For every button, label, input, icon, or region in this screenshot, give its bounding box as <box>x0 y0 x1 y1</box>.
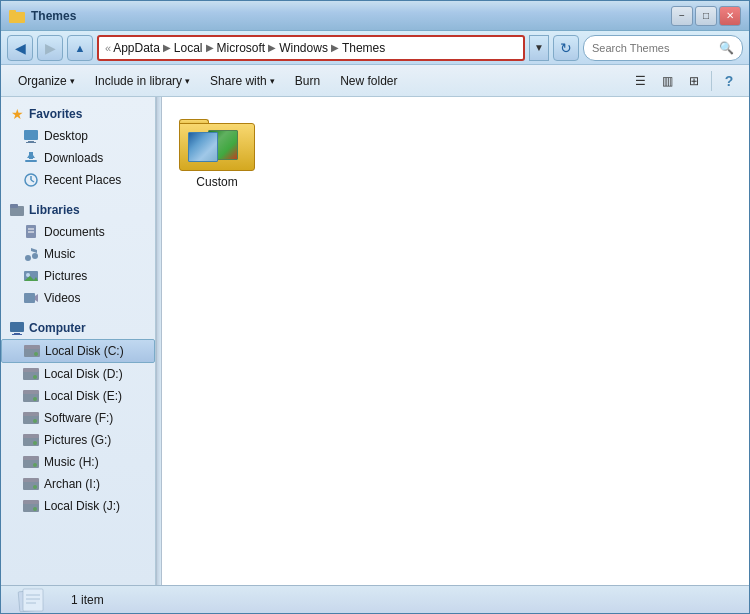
pictures-icon <box>23 268 39 284</box>
status-bar: 1 item <box>1 585 749 613</box>
recent-places-icon <box>23 172 39 188</box>
search-input[interactable] <box>592 42 715 54</box>
svg-point-43 <box>33 463 37 467</box>
address-box[interactable]: « AppData ▶ Local ▶ Microsoft ▶ Windows … <box>97 35 525 61</box>
toolbar-right: ☰ ▥ ⊞ ? <box>628 69 741 93</box>
help-button[interactable]: ? <box>717 69 741 93</box>
minimize-button[interactable]: − <box>671 6 693 26</box>
sidebar-item-local-disk-e[interactable]: Local Disk (E:) <box>1 385 155 407</box>
address-dropdown-button[interactable]: ▼ <box>529 35 549 61</box>
sidebar-item-software-f[interactable]: Software (F:) <box>1 407 155 429</box>
music-icon <box>23 246 39 262</box>
drive-c-icon <box>24 343 40 359</box>
back-button[interactable]: ◀ <box>7 35 33 61</box>
sidebar-item-downloads[interactable]: Downloads <box>1 147 155 169</box>
sidebar-item-recent[interactable]: Recent Places <box>1 169 155 191</box>
svg-point-16 <box>25 255 31 261</box>
svg-rect-4 <box>26 142 36 143</box>
svg-rect-42 <box>23 456 39 460</box>
folder-custom[interactable]: Custom <box>172 107 262 193</box>
burn-button[interactable]: Burn <box>286 69 329 93</box>
svg-rect-36 <box>23 412 39 416</box>
svg-rect-39 <box>23 434 39 438</box>
toolbar: Organize ▾ Include in library ▾ Share wi… <box>1 65 749 97</box>
title-controls: − □ ✕ <box>671 6 741 26</box>
downloads-icon <box>23 150 39 166</box>
svg-rect-7 <box>29 152 33 159</box>
svg-marker-22 <box>35 294 38 302</box>
sidebar-item-music-h[interactable]: Music (H:) <box>1 451 155 473</box>
svg-rect-2 <box>24 130 38 140</box>
folder-image-1 <box>188 132 218 162</box>
svg-point-19 <box>26 273 30 277</box>
status-file-icon <box>11 587 61 613</box>
window-title: Themes <box>31 9 76 23</box>
svg-point-28 <box>34 352 38 356</box>
svg-rect-45 <box>23 478 39 482</box>
videos-icon <box>23 290 39 306</box>
svg-rect-1 <box>9 10 16 14</box>
sidebar-libraries-header[interactable]: Libraries <box>1 197 155 221</box>
breadcrumb: « AppData ▶ Local ▶ Microsoft ▶ Windows … <box>105 41 385 55</box>
organize-button[interactable]: Organize ▾ <box>9 69 84 93</box>
svg-rect-21 <box>24 293 35 303</box>
svg-rect-33 <box>23 390 39 394</box>
content-area: Custom <box>162 97 749 585</box>
sidebar-item-pictures[interactable]: Pictures <box>1 265 155 287</box>
svg-rect-27 <box>24 345 40 349</box>
svg-point-17 <box>32 253 38 259</box>
sidebar-item-pictures-g[interactable]: Pictures (G:) <box>1 429 155 451</box>
drive-d-icon <box>23 366 39 382</box>
sidebar-item-music[interactable]: Music <box>1 243 155 265</box>
new-folder-button[interactable]: New folder <box>331 69 406 93</box>
search-box[interactable]: 🔍 <box>583 35 743 61</box>
svg-rect-25 <box>12 334 22 335</box>
forward-button[interactable]: ▶ <box>37 35 63 61</box>
search-icon: 🔍 <box>719 41 734 55</box>
sidebar-favorites-header[interactable]: ★ Favorites <box>1 101 155 125</box>
svg-point-46 <box>33 485 37 489</box>
include-in-library-button[interactable]: Include in library ▾ <box>86 69 199 93</box>
sidebar: ★ Favorites Desktop Downloads Recent Pl <box>1 97 156 585</box>
drive-j-icon <box>23 498 39 514</box>
view-icons-button[interactable]: ⊞ <box>682 69 706 93</box>
view-details-button[interactable]: ☰ <box>628 69 652 93</box>
desktop-icon <box>23 128 39 144</box>
sidebar-item-videos[interactable]: Videos <box>1 287 155 309</box>
drive-g-icon <box>23 432 39 448</box>
maximize-button[interactable]: □ <box>695 6 717 26</box>
sidebar-computer-header[interactable]: Computer <box>1 315 155 339</box>
share-with-button[interactable]: Share with ▾ <box>201 69 284 93</box>
sidebar-item-archan-i[interactable]: Archan (I:) <box>1 473 155 495</box>
toolbar-divider <box>711 71 712 91</box>
refresh-button[interactable]: ↻ <box>553 35 579 61</box>
drive-i-icon <box>23 476 39 492</box>
svg-rect-23 <box>10 322 24 332</box>
address-bar-area: ◀ ▶ ▲ « AppData ▶ Local ▶ Microsoft ▶ Wi… <box>1 31 749 65</box>
title-bar: Themes − □ ✕ <box>1 1 749 31</box>
favorites-icon: ★ <box>9 106 25 122</box>
view-split-button[interactable]: ▥ <box>655 69 679 93</box>
sidebar-item-local-disk-j[interactable]: Local Disk (J:) <box>1 495 155 517</box>
svg-point-37 <box>33 419 37 423</box>
sidebar-item-local-disk-d[interactable]: Local Disk (D:) <box>1 363 155 385</box>
svg-rect-51 <box>23 589 43 611</box>
sidebar-item-desktop[interactable]: Desktop <box>1 125 155 147</box>
sidebar-item-local-disk-c[interactable]: Local Disk (C:) <box>1 339 155 363</box>
svg-rect-5 <box>25 160 37 162</box>
svg-point-40 <box>33 441 37 445</box>
documents-icon <box>23 224 39 240</box>
sidebar-item-documents[interactable]: Documents <box>1 221 155 243</box>
folder-body <box>179 123 255 171</box>
drive-h-icon <box>23 454 39 470</box>
svg-point-49 <box>33 507 37 511</box>
svg-line-10 <box>31 180 34 182</box>
computer-icon <box>9 320 25 336</box>
close-button[interactable]: ✕ <box>719 6 741 26</box>
up-button[interactable]: ▲ <box>67 35 93 61</box>
explorer-window: Themes − □ ✕ ◀ ▶ ▲ « AppData ▶ Local ▶ M… <box>0 0 750 614</box>
status-file-icon-area <box>11 587 61 613</box>
folder-label: Custom <box>196 175 237 189</box>
svg-point-31 <box>33 375 37 379</box>
svg-rect-12 <box>10 204 18 208</box>
